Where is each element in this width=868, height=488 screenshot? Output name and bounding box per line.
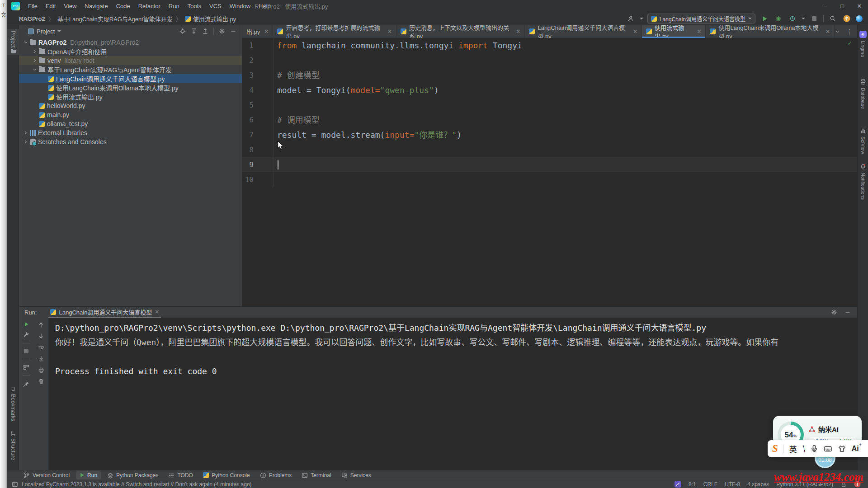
line-separator[interactable]: CRLF — [703, 481, 717, 488]
console-line[interactable]: 你好！我是通义千问（Qwen），阿里巴巴集团旗下的超大规模语言模型。我可以回答问… — [55, 335, 857, 350]
pycharm-logo-icon[interactable]: PC — [11, 2, 20, 10]
menu-item-view[interactable]: View — [60, 1, 80, 11]
menu-item-code[interactable]: Code — [112, 1, 134, 11]
close-icon[interactable]: ✕ — [826, 28, 830, 35]
tree-item[interactable]: ollama_test.py — [19, 119, 242, 128]
lingma-status-icon[interactable] — [675, 481, 681, 488]
tree-item[interactable]: LangChain调用通义千问大语言模型.py — [19, 74, 242, 83]
stop-button[interactable] — [809, 14, 819, 23]
close-icon[interactable]: ✕ — [633, 28, 637, 35]
status-message[interactable]: Localized PyCharm 2023.1.3 is available … — [22, 481, 252, 488]
toolwindow-button-python-console[interactable]: Python Console — [199, 471, 254, 479]
menu-item-vcs[interactable]: VCS — [205, 1, 226, 11]
sidebar-item-structure[interactable]: Structure — [7, 429, 19, 462]
chevron-down-icon[interactable] — [802, 18, 805, 19]
sidebar-item-notifications[interactable]: Notifications — [858, 164, 868, 200]
sidebar-item-database[interactable]: Database — [858, 79, 868, 109]
console-line[interactable]: D:\python_pro\RAGPro2\venv\Scripts\pytho… — [55, 321, 857, 335]
next-occurrence-icon[interactable] — [38, 333, 44, 339]
rerun-icon[interactable] — [24, 322, 29, 327]
edit-configuration-icon[interactable] — [23, 332, 29, 338]
menu-item-refactor[interactable]: Refactor — [134, 1, 165, 11]
editor-line[interactable]: 10 — [242, 172, 857, 187]
close-icon[interactable]: ✕ — [697, 28, 701, 35]
search-everywhere-icon[interactable] — [828, 14, 838, 23]
editor-line[interactable]: 8 — [242, 142, 857, 157]
editor-tab[interactable]: 使用流式输出.py✕ — [642, 25, 706, 38]
user-account-icon[interactable] — [626, 14, 636, 23]
menu-item-run[interactable]: Run — [165, 1, 184, 11]
skin-theme-icon[interactable] — [838, 445, 846, 453]
tree-item[interactable]: 使用流式输出.py — [19, 92, 242, 101]
hide-panel-icon[interactable] — [230, 28, 236, 34]
menu-item-navigate[interactable]: Navigate — [80, 1, 112, 11]
editor-line[interactable]: 4model = Tongyi(model="qwen-plus") — [242, 83, 857, 98]
chevron-right-icon[interactable] — [22, 139, 30, 145]
clear-all-icon[interactable] — [38, 378, 44, 385]
editor-line[interactable]: 5 — [242, 98, 857, 113]
indent-style[interactable]: 4 spaces — [747, 481, 769, 488]
breadcrumb-item[interactable]: RAGPro2 — [19, 15, 45, 22]
sidebar-item-lingma[interactable]: Lingma — [858, 31, 868, 57]
toolwindow-button-services[interactable]: Services — [338, 471, 375, 479]
sidebar-item-project[interactable]: Project — [7, 29, 19, 55]
update-available-icon[interactable] — [842, 14, 852, 23]
collapse-all-icon[interactable] — [202, 28, 208, 34]
caret-position[interactable]: 8:1 — [689, 481, 696, 488]
breadcrumb-item[interactable]: 使用流式输出.py — [185, 14, 236, 23]
editor-tab[interactable]: 使用LangChain来调用Ollama本地大模型.py✕ — [706, 25, 835, 38]
select-opened-file-icon[interactable] — [179, 28, 186, 34]
editor-line[interactable]: 9 — [242, 157, 857, 172]
chevron-down-icon[interactable] — [31, 67, 39, 72]
run-console-output[interactable]: D:\python_pro\RAGPro2\venv\Scripts\pytho… — [49, 318, 857, 470]
editor-line[interactable]: 6# 调用模型 — [242, 113, 857, 127]
chevron-right-icon[interactable] — [31, 58, 39, 63]
toolwindow-button-terminal[interactable]: Terminal — [298, 471, 335, 479]
run-tab[interactable]: LangChain调用通义千问大语言模型 ✕ — [48, 307, 161, 318]
menu-item-file[interactable]: File — [24, 1, 42, 11]
editor-tab[interactable]: LangChain调用通义千问大语言模型.py✕ — [525, 25, 642, 38]
more-options-icon[interactable]: ⋮ — [846, 28, 853, 35]
console-line[interactable]: Process finished with exit code 0 — [55, 364, 857, 379]
menu-item-tools[interactable]: Tools — [184, 1, 205, 11]
project-view-select[interactable]: Project — [28, 28, 61, 35]
editor-line[interactable]: 7result = model.stream(input="你是谁？") — [242, 127, 857, 142]
menu-item-edit[interactable]: Edit — [42, 1, 60, 11]
settings-gear-icon[interactable] — [219, 28, 225, 34]
close-icon[interactable]: ✕ — [155, 309, 159, 315]
toolwindow-button-run[interactable]: Run — [76, 471, 101, 479]
ide-sphere-icon[interactable] — [856, 15, 863, 22]
debug-button[interactable] — [774, 14, 783, 23]
editor-line[interactable]: 3# 创建模型 — [242, 68, 857, 83]
expand-all-icon[interactable] — [191, 28, 197, 34]
profiler-button[interactable] — [788, 14, 797, 23]
run-button[interactable] — [760, 14, 769, 23]
editor-line[interactable]: 1from langchain_community.llms.tongyi im… — [242, 38, 857, 53]
chevron-right-icon[interactable] — [31, 49, 39, 54]
run-configuration-select[interactable]: LangChain调用通义千问大语言模型 — [647, 14, 755, 23]
microphone-icon[interactable] — [810, 445, 818, 453]
sogou-logo-icon[interactable]: S — [772, 443, 778, 455]
code-editor[interactable]: 1from langchain_community.llms.tongyi im… — [242, 38, 857, 306]
toolwindow-button-problems[interactable]: Problems — [256, 471, 296, 479]
close-icon[interactable]: ✕ — [516, 28, 520, 35]
tree-item[interactable]: Scratches and Consoles — [19, 137, 242, 146]
toolwindow-button-python-packages[interactable]: Python Packages — [104, 471, 162, 479]
close-icon[interactable]: ✕ — [264, 28, 269, 35]
breadcrumb-item[interactable]: 基于LangChain实现RAG与Agent智能体开发 — [57, 14, 173, 23]
tree-item[interactable]: External Libraries — [19, 128, 242, 137]
editor-tab[interactable]: 开启思考，打印带思考扩展的流式输出.py✕ — [273, 25, 396, 38]
tree-item[interactable]: 使用LangChain来调用Ollama本地大模型.py — [19, 83, 242, 92]
ime-ai-button[interactable]: Ai — [852, 445, 859, 453]
tree-item[interactable]: OpenAI库介绍和使用 — [19, 47, 242, 56]
scroll-to-end-icon[interactable] — [38, 356, 44, 362]
tree-item[interactable]: helloWorld.py — [19, 101, 242, 110]
tree-item[interactable]: main.py — [19, 110, 242, 119]
toolwindow-button-todo[interactable]: TODO — [165, 471, 196, 479]
editor-line[interactable]: 2 — [242, 53, 857, 68]
tree-item[interactable]: venvlibrary root — [19, 56, 242, 65]
tree-item[interactable]: RAGPro2D:\python_pro\RAGPro2 — [19, 38, 242, 47]
punctuation-mode-icon[interactable]: ’, — [802, 445, 805, 453]
window-icon[interactable] — [12, 481, 18, 488]
tree-item[interactable]: 基于LangChain实现RAG与Agent智能体开发 — [19, 65, 242, 74]
